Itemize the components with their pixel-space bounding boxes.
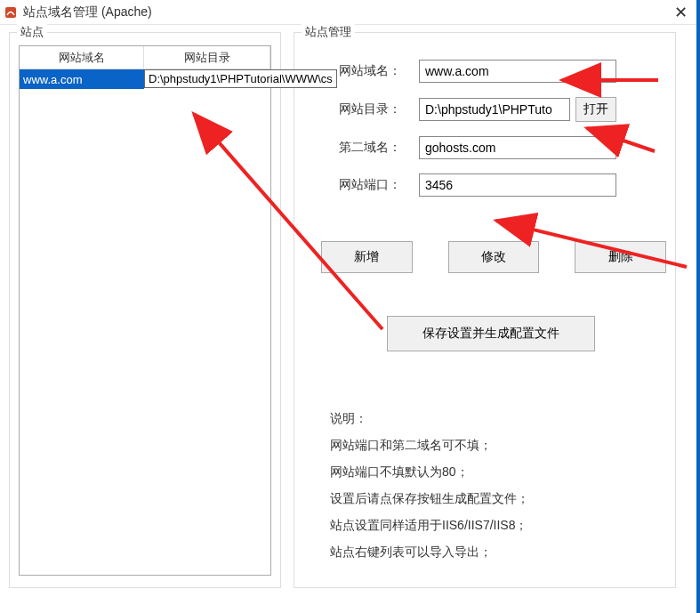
edit-button[interactable]: 修改 <box>448 241 540 273</box>
notes-block: 说明： 网站端口和第二域名可不填； 网站端口不填默认为80； 设置后请点保存按钮… <box>330 405 666 565</box>
label-dir: 网站目录： <box>339 101 419 117</box>
dir-field[interactable] <box>419 98 570 121</box>
notes-line: 站点设置同样适用于IIS6/IIS7/IIS8； <box>330 512 666 538</box>
sites-list[interactable]: 网站域名 网站目录 www.a.com D:\phpstudy1\PHPTuto… <box>19 45 271 576</box>
dir-tooltip: D:\phpstudy1\PHPTutorial\WWW\cs <box>144 69 337 88</box>
notes-line: 设置后请点保存按钮生成配置文件； <box>330 485 666 512</box>
notes-line: 站点右键列表可以导入导出； <box>330 538 666 565</box>
table-row[interactable]: www.a.com D:\phpstudy1\PHPTutorial\WWW\c… <box>20 69 270 89</box>
open-button[interactable]: 打开 <box>575 97 616 122</box>
cell-domain: www.a.com <box>20 69 144 89</box>
cell-dir: D:\phpstudy1\PHPTutorial\WWW\cs <box>144 69 270 89</box>
close-icon[interactable]: ✕ <box>669 3 693 22</box>
list-header: 网站域名 网站目录 <box>20 46 270 69</box>
label-port: 网站端口： <box>339 177 419 193</box>
port-field[interactable] <box>419 173 616 197</box>
col-header-dir[interactable]: 网站目录 <box>144 46 270 69</box>
manage-legend: 站点管理 <box>302 24 355 40</box>
second-domain-field[interactable] <box>419 136 616 159</box>
window-title: 站点域名管理 (Apache) <box>23 4 152 20</box>
save-config-button[interactable]: 保存设置并生成配置文件 <box>387 316 595 351</box>
col-header-domain[interactable]: 网站域名 <box>20 46 144 69</box>
app-icon <box>4 5 18 20</box>
notes-line: 网站端口和第二域名可不填； <box>330 432 666 458</box>
site-manage-groupbox: 站点管理 网站域名： 网站目录： 打开 第二域名： 网站端口： 新增 修改 删除… <box>294 32 676 588</box>
delete-button[interactable]: 删除 <box>575 241 666 273</box>
window-border-right <box>696 0 700 613</box>
sites-legend: 站点 <box>17 24 47 40</box>
window-titlebar: 站点域名管理 (Apache) ✕ <box>0 0 700 25</box>
domain-field[interactable] <box>419 60 616 83</box>
notes-title: 说明： <box>330 405 666 432</box>
add-button[interactable]: 新增 <box>321 241 413 273</box>
label-second-domain: 第二域名： <box>339 140 419 156</box>
label-domain: 网站域名： <box>339 63 419 79</box>
notes-line: 网站端口不填默认为80； <box>330 458 666 485</box>
sites-groupbox: 站点 网站域名 网站目录 www.a.com D:\phpstudy1\PHPT… <box>9 32 281 588</box>
